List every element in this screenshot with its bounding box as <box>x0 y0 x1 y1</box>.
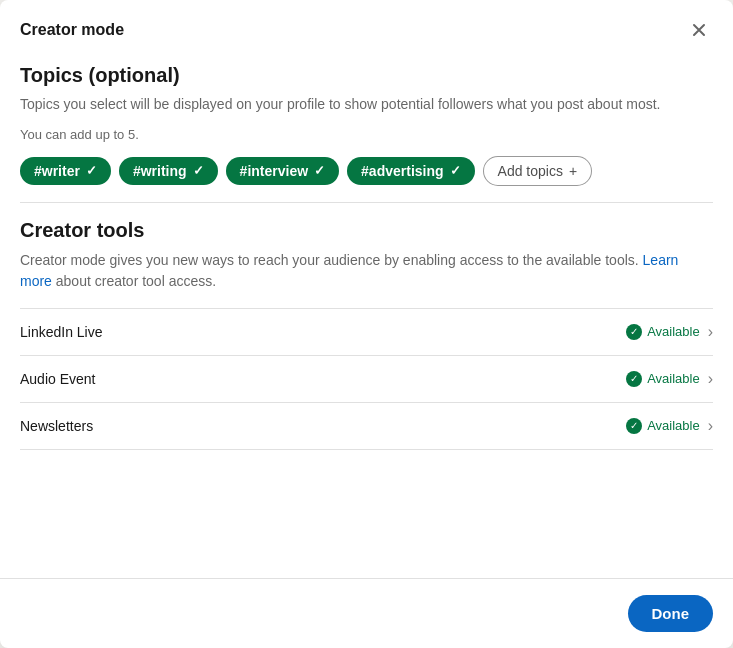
tool-item-newsletters[interactable]: Newsletters ✓ Available › <box>20 403 713 450</box>
topic-chip-interview[interactable]: #interview ✓ <box>226 157 339 185</box>
tools-list: LinkedIn Live ✓ Available › Audio Event … <box>20 308 713 450</box>
modal-body: Topics (optional) Topics you select will… <box>0 56 733 578</box>
tool-name: Audio Event <box>20 371 96 387</box>
tool-right: ✓ Available › <box>626 417 713 435</box>
topics-row: #writer ✓ #writing ✓ #interview ✓ #adver… <box>20 156 713 186</box>
available-badge: ✓ Available <box>626 324 700 340</box>
tool-item-audio-event[interactable]: Audio Event ✓ Available › <box>20 356 713 403</box>
available-label: Available <box>647 418 700 433</box>
desc-end: about creator tool access. <box>52 273 216 289</box>
available-icon: ✓ <box>626 324 642 340</box>
available-badge: ✓ Available <box>626 371 700 387</box>
check-icon: ✓ <box>86 163 97 178</box>
check-icon: ✓ <box>193 163 204 178</box>
topic-chip-advertising[interactable]: #advertising ✓ <box>347 157 474 185</box>
topic-chip-writer[interactable]: #writer ✓ <box>20 157 111 185</box>
available-label: Available <box>647 324 700 339</box>
creator-mode-modal: Creator mode Topics (optional) Topics yo… <box>0 0 733 648</box>
check-icon: ✓ <box>450 163 461 178</box>
topic-label: #advertising <box>361 163 443 179</box>
creator-tools-description: Creator mode gives you new ways to reach… <box>20 250 713 292</box>
modal-footer: Done <box>0 578 733 648</box>
topic-label: #interview <box>240 163 308 179</box>
limit-text: You can add up to 5. <box>20 127 713 142</box>
add-topics-label: Add topics <box>498 163 563 179</box>
topic-label: #writing <box>133 163 187 179</box>
tool-name: LinkedIn Live <box>20 324 103 340</box>
topics-title: Topics (optional) <box>20 64 713 87</box>
desc-start: Creator mode gives you new ways to reach… <box>20 252 643 268</box>
topic-chip-writing[interactable]: #writing ✓ <box>119 157 218 185</box>
creator-tools-title: Creator tools <box>20 219 713 242</box>
creator-tools-section: Creator tools Creator mode gives you new… <box>20 219 713 450</box>
section-divider <box>20 202 713 203</box>
add-topics-button[interactable]: Add topics + <box>483 156 593 186</box>
available-icon: ✓ <box>626 371 642 387</box>
done-button[interactable]: Done <box>628 595 714 632</box>
tool-right: ✓ Available › <box>626 323 713 341</box>
topics-description: Topics you select will be displayed on y… <box>20 95 713 115</box>
tool-right: ✓ Available › <box>626 370 713 388</box>
close-icon <box>689 20 709 40</box>
topic-label: #writer <box>34 163 80 179</box>
chevron-right-icon: › <box>708 370 713 388</box>
available-icon: ✓ <box>626 418 642 434</box>
available-badge: ✓ Available <box>626 418 700 434</box>
modal-header: Creator mode <box>0 0 733 56</box>
tool-name: Newsletters <box>20 418 93 434</box>
modal-title: Creator mode <box>20 21 124 39</box>
tool-item-linkedin-live[interactable]: LinkedIn Live ✓ Available › <box>20 308 713 356</box>
close-button[interactable] <box>685 16 713 44</box>
chevron-right-icon: › <box>708 417 713 435</box>
chevron-right-icon: › <box>708 323 713 341</box>
check-icon: ✓ <box>314 163 325 178</box>
add-topics-icon: + <box>569 163 577 179</box>
topics-section: Topics (optional) Topics you select will… <box>20 64 713 186</box>
available-label: Available <box>647 371 700 386</box>
